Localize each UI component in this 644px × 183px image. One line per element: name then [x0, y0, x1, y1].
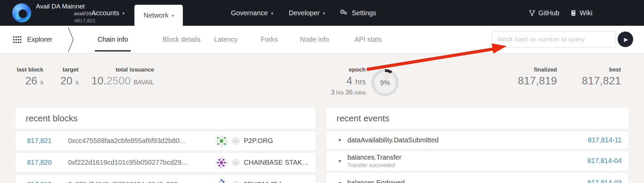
stat-epoch: epoch 4 hrs 3 hrs 36 mins: [331, 66, 366, 96]
menu-network[interactable]: Network▾: [134, 5, 183, 26]
stat-target: target 20 s: [61, 66, 79, 88]
block-row: 817,820 0xf222d1619cd101c95b050277bcd29……: [16, 153, 316, 172]
event-name: balances.Transfer: [347, 154, 401, 161]
stat-total-issuance: total issuance 10.2500 BAVAIL: [91, 66, 154, 88]
event-row: ▾ balances.Transfer Transfer succeeded 8…: [326, 151, 628, 170]
recent-blocks-header: recent blocks: [16, 108, 316, 129]
explorer-toolbar: Explorer Chain info Block details Latenc…: [0, 26, 644, 54]
breadcrumb-separator: [68, 27, 74, 53]
minus-icon: –: [232, 159, 240, 167]
link-wiki[interactable]: Wiki: [571, 0, 593, 26]
stat-finalized: finalized 817,819: [518, 66, 557, 86]
epoch-donut-ring: 9%: [371, 69, 399, 96]
validator-identicon: [215, 156, 228, 169]
apps-grid-icon: [13, 36, 22, 43]
expand-caret-icon[interactable]: ▾: [339, 137, 341, 143]
event-row: ▾ balances.Endowed 817,814-03: [326, 173, 628, 183]
search-submit-button[interactable]: ▶: [618, 32, 633, 47]
validator-identicon: [215, 134, 228, 148]
block-number-link[interactable]: 817,820: [27, 159, 51, 166]
play-icon: ▶: [624, 36, 628, 43]
event-block-link[interactable]: 817,814-03: [587, 179, 622, 183]
recent-blocks-title: recent blocks: [26, 113, 78, 124]
minus-icon: –: [232, 137, 240, 145]
app-explorer[interactable]: Explorer: [13, 26, 52, 53]
block-hash: 0x978d74045cf97500084c90d0c383…: [68, 181, 185, 183]
event-block-link[interactable]: 817,814-04: [587, 157, 622, 165]
recent-events-header: recent events: [326, 108, 628, 129]
tab-block-details[interactable]: Block details: [163, 26, 200, 53]
stat-best: best 817,821: [582, 66, 621, 86]
recent-events-title: recent events: [337, 113, 389, 124]
menu-accounts[interactable]: Accounts▾: [91, 0, 125, 26]
gear-icon: ⚙⚙: [340, 9, 348, 17]
menu-settings[interactable]: ⚙⚙ Settings: [340, 0, 376, 26]
block-number-link[interactable]: 817,821: [27, 137, 51, 145]
menu-developer[interactable]: Developer▾: [289, 0, 325, 26]
event-block-link[interactable]: 817,814-11: [588, 136, 622, 144]
chevron-down-icon: ▾: [172, 14, 174, 18]
menu-governance[interactable]: Governance▾: [231, 0, 273, 26]
block-hash: 0xcc475588faa2cbfe855af6f93d2b80…: [68, 137, 186, 145]
block-row: 817,819 0x978d74045cf97500084c90d0c383… …: [16, 175, 316, 183]
block-number-link[interactable]: 817,819: [27, 181, 51, 183]
git-fork-icon: [529, 10, 535, 16]
event-detail: Transfer succeeded: [347, 162, 401, 168]
book-icon: [571, 10, 576, 16]
validator-name[interactable]: CHAINBASE STAK…: [244, 159, 309, 166]
stat-last-block: last block 26 s: [17, 66, 43, 88]
chevron-down-icon: ▾: [271, 11, 273, 16]
block-row: 817,821 0xcc475588faa2cbfe855af6f93d2b80…: [16, 131, 316, 150]
tab-chain-info[interactable]: Chain info: [98, 26, 128, 53]
tab-api-stats[interactable]: API stats: [355, 26, 382, 53]
event-row: ▾ dataAvailability.DataSubmitted 817,814…: [326, 131, 628, 148]
expand-caret-icon[interactable]: ▾: [339, 158, 341, 164]
block-hash: 0xf222d1619cd101c95b050277bcd29…: [68, 159, 188, 166]
avail-logo[interactable]: [12, 3, 31, 22]
tab-forks[interactable]: Forks: [261, 26, 278, 53]
chevron-down-icon: ▾: [123, 11, 125, 16]
validator-name[interactable]: P2P.ORG: [244, 137, 273, 145]
epoch-percent: 9%: [380, 79, 390, 87]
validator-name[interactable]: 5EYC1AJFd…: [244, 181, 288, 183]
app-window: Avail DA Mainnet avail/39▾ #817,821 Acco…: [0, 0, 644, 183]
block-search-input[interactable]: [492, 31, 616, 47]
epoch-donut-inner: 9%: [374, 72, 396, 94]
top-nav-bar: Avail DA Mainnet avail/39▾ #817,821 Acco…: [0, 0, 644, 26]
validator-identicon: [215, 178, 228, 183]
chain-selector[interactable]: Avail DA Mainnet avail/39▾ #817,821: [36, 3, 95, 24]
expand-caret-icon[interactable]: ▾: [339, 180, 341, 183]
tab-node-info[interactable]: Node info: [300, 26, 329, 53]
event-name: dataAvailability.DataSubmitted: [347, 136, 438, 144]
chevron-down-icon: ▾: [323, 11, 325, 16]
minus-icon: –: [232, 181, 240, 183]
link-github[interactable]: GitHub: [529, 0, 559, 26]
event-name: balances.Endowed: [347, 179, 405, 183]
tab-latency[interactable]: Latency: [214, 26, 238, 53]
chain-name: Avail DA Mainnet: [36, 3, 85, 10]
app-label: Explorer: [27, 36, 52, 43]
